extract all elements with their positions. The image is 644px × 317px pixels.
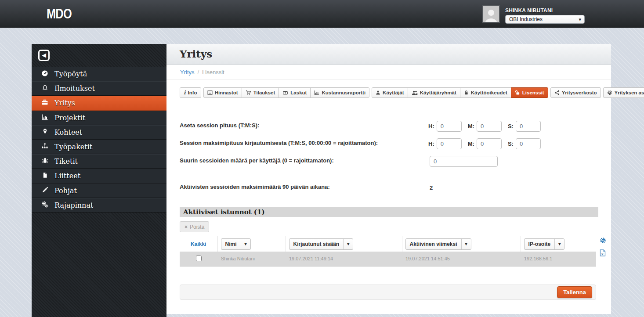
tab-label: Käyttäjäryhmät bbox=[420, 90, 456, 95]
tab-kayttajat[interactable]: Käyttäjät bbox=[372, 87, 408, 98]
report-chart-icon bbox=[314, 90, 319, 95]
page-header: Yritys bbox=[166, 44, 611, 65]
field-label: Suurin sessioiden määrä per käyttäjä (0 … bbox=[180, 157, 334, 164]
gears-icon bbox=[40, 201, 49, 209]
sidebar-item-yritys[interactable]: Yritys bbox=[32, 96, 166, 110]
column-sort-nimi[interactable]: Nimi ▾ bbox=[221, 238, 251, 250]
table-settings-gear-icon[interactable] bbox=[600, 237, 608, 245]
form-row-active-sessions-90d: Aktiivisten sessioiden maksimimäärä 90 p… bbox=[166, 180, 611, 195]
tab-yritysverkosto[interactable]: Yritysverkosto bbox=[550, 87, 601, 98]
hms-controls: H: M: S: bbox=[428, 119, 541, 133]
sidebar-item-label: Rajapinnat bbox=[54, 201, 93, 209]
map-marker-icon bbox=[40, 128, 49, 137]
cell-name: Shinka Nibutani bbox=[217, 252, 286, 266]
tab-yrityksen-asetukset[interactable]: Yrityksen asetukset bbox=[603, 87, 644, 98]
delete-session-button[interactable]: × Poista bbox=[180, 221, 209, 232]
session-length-seconds-input[interactable] bbox=[516, 121, 541, 132]
sidebar-item-label: Tiketit bbox=[54, 157, 78, 166]
session-max-minutes-input[interactable] bbox=[477, 138, 502, 149]
hms-controls: H: M: S: bbox=[428, 136, 541, 151]
unlock-icon bbox=[515, 90, 520, 95]
sidebar-item-tyopaketit[interactable]: Työpaketit bbox=[32, 140, 166, 154]
tab-label: Käyttäjät bbox=[383, 90, 404, 95]
column-sort-kirjautunut[interactable]: Kirjautunut sisään ▾ bbox=[289, 238, 354, 250]
collapse-icon: ◀ bbox=[42, 52, 46, 58]
tab-kayttooikeudet[interactable]: Käyttöoikeudet bbox=[460, 87, 511, 98]
tab-hinnastot[interactable]: Hinnastot bbox=[203, 87, 242, 98]
row-checkbox[interactable] bbox=[196, 256, 202, 261]
tab-info[interactable]: i Info bbox=[180, 87, 201, 98]
field-label: Aktiivisten sessioiden maksimimäärä 90 p… bbox=[180, 184, 330, 190]
sidebar-item-label: Ilmoitukset bbox=[54, 84, 95, 93]
sidebar-item-tyopoyta[interactable]: Työpöytä bbox=[32, 67, 166, 81]
sidebar-collapse-button[interactable]: ◀ bbox=[38, 50, 50, 61]
user-name: SHINKA NIBUTANI bbox=[505, 7, 553, 14]
main-panel: Yritys Yritys/Lisenssit i Info Hinnastot… bbox=[166, 44, 611, 314]
sitemap-icon bbox=[40, 143, 49, 151]
company-selector-value: OBI Industries bbox=[509, 16, 543, 22]
column-sort-ip[interactable]: IP-osoite ▾ bbox=[524, 238, 565, 250]
sidebar-item-rajapinnat[interactable]: Rajapinnat bbox=[32, 198, 166, 213]
select-all-link[interactable]: Kaikki bbox=[180, 241, 217, 247]
caret-down-icon[interactable]: ▾ bbox=[554, 239, 564, 249]
sidebar: ◀ Työpöytä Ilmoitukset Yritys Projekti bbox=[32, 44, 166, 317]
caret-down-icon[interactable]: ▾ bbox=[461, 239, 471, 249]
tab-bar: i Info Hinnastot Tilaukset Laskut Kustan… bbox=[180, 87, 644, 98]
column-label: Aktiivinen viimeksi bbox=[406, 239, 461, 249]
caret-down-icon[interactable]: ▾ bbox=[343, 239, 353, 249]
delete-button-label: Poista bbox=[190, 224, 204, 230]
form-row-max-sessions: Suurin sessioiden määrä per käyttäjä (0 … bbox=[166, 154, 611, 169]
sidebar-item-pohjat[interactable]: Pohjat bbox=[32, 184, 166, 198]
tab-kustannusraportti[interactable]: Kustannusraportti bbox=[310, 87, 369, 98]
form-row-session-max-length: Session maksimipituus kirjautumisesta (T… bbox=[166, 136, 611, 151]
tab-label: Laskut bbox=[290, 90, 307, 95]
person-icon bbox=[484, 8, 498, 23]
tab-tilaukset[interactable]: Tilaukset bbox=[242, 87, 279, 98]
briefcase-icon bbox=[40, 99, 49, 108]
column-label: Nimi bbox=[221, 239, 241, 249]
tab-label: Tilaukset bbox=[253, 90, 275, 95]
tab-label: Käyttöoikeudet bbox=[471, 90, 507, 95]
column-sort-aktiivinen[interactable]: Aktiivinen viimeksi ▾ bbox=[405, 238, 471, 250]
active-sessions-table: Kaikki Nimi ▾ Kirjautunut sisään ▾ Aktii bbox=[180, 236, 596, 267]
sidebar-item-projektit[interactable]: Projektit bbox=[32, 111, 166, 125]
minutes-label: M: bbox=[468, 140, 474, 147]
excel-export-icon[interactable]: x bbox=[600, 249, 608, 258]
sidebar-item-ilmoitukset[interactable]: Ilmoitukset bbox=[32, 81, 166, 96]
avatar bbox=[482, 5, 500, 23]
hours-label: H: bbox=[428, 123, 434, 130]
max-sessions-input[interactable] bbox=[430, 156, 498, 167]
sidebar-item-label: Projektit bbox=[54, 114, 85, 122]
company-selector[interactable]: OBI Industries ▾ bbox=[505, 15, 585, 24]
pencil-icon bbox=[40, 187, 49, 195]
tab-kayttajaryhmat[interactable]: Käyttäjäryhmät bbox=[408, 87, 460, 98]
invoice-icon bbox=[282, 90, 288, 95]
session-length-hours-input[interactable] bbox=[437, 121, 462, 132]
save-button[interactable]: Tallenna bbox=[557, 286, 592, 298]
sidebar-item-tiketit[interactable]: Tiketit bbox=[32, 154, 166, 169]
breadcrumb-parent-link[interactable]: Yritys bbox=[180, 69, 195, 76]
user-group-icon bbox=[412, 90, 418, 95]
form-footer: Tallenna bbox=[180, 285, 596, 300]
table-tools: x bbox=[600, 237, 608, 262]
cell-ip: 192.168.56.1 bbox=[521, 252, 596, 266]
session-max-seconds-input[interactable] bbox=[516, 138, 541, 149]
session-length-minutes-input[interactable] bbox=[477, 121, 502, 132]
caret-down-icon[interactable]: ▾ bbox=[241, 239, 250, 249]
share-icon bbox=[554, 90, 560, 95]
tab-group-users: Käyttäjät Käyttäjäryhmät Käyttöoikeudet … bbox=[372, 87, 548, 98]
table-row[interactable]: Shinka Nibutani 19.07.2021 11:49:14 19.0… bbox=[180, 252, 596, 266]
session-max-hours-input[interactable] bbox=[437, 138, 462, 149]
tab-laskut[interactable]: Laskut bbox=[279, 87, 311, 98]
tab-lisenssit[interactable]: Lisenssit bbox=[511, 87, 548, 98]
file-icon bbox=[40, 172, 49, 180]
sidebar-item-label: Kohteet bbox=[54, 128, 82, 137]
seconds-label: S: bbox=[508, 140, 514, 147]
price-list-icon bbox=[207, 90, 213, 95]
sidebar-item-liitteet[interactable]: Liitteet bbox=[32, 169, 166, 183]
sidebar-item-kohteet[interactable]: Kohteet bbox=[32, 125, 166, 140]
svg-text:x: x bbox=[601, 252, 604, 256]
hours-label: H: bbox=[428, 140, 434, 147]
seconds-label: S: bbox=[508, 123, 514, 130]
tab-label: Hinnastot bbox=[215, 90, 238, 95]
